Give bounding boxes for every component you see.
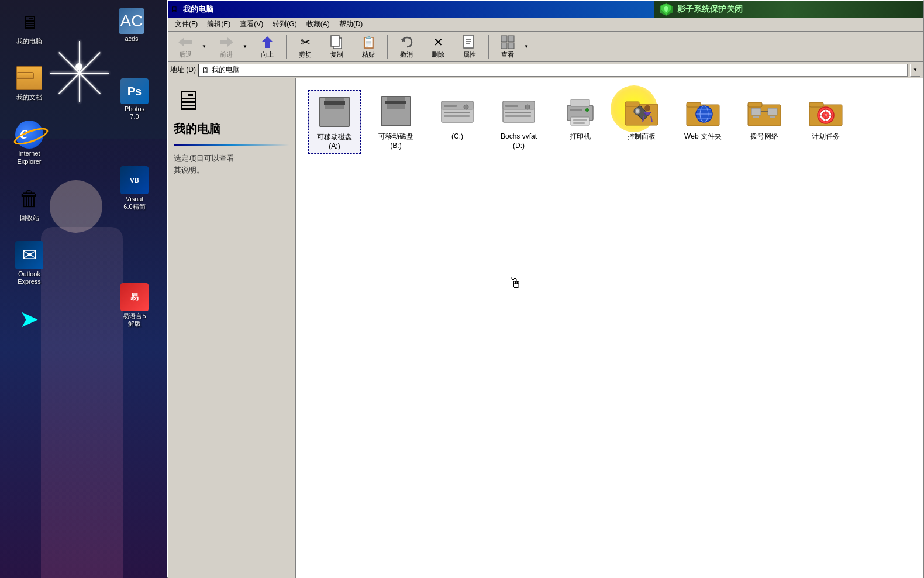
svg-rect-29 bbox=[505, 115, 531, 117]
file-icon-floppy-b[interactable]: 可移动磁盘(B:) bbox=[370, 90, 422, 154]
menu-view[interactable]: 查看(V) bbox=[235, 18, 268, 30]
recycle-bin-label: 回收站 bbox=[20, 214, 39, 222]
desktop-icon-my-documents[interactable]: 我的文档 bbox=[6, 62, 53, 104]
file-icon-printer[interactable]: 打印机 bbox=[554, 90, 606, 154]
desktop-icon-arrow[interactable]: ➤ bbox=[6, 302, 53, 335]
file-icon-drive-d[interactable]: Bochs vvfat(D:) bbox=[492, 90, 545, 154]
svg-rect-54 bbox=[751, 108, 761, 115]
svg-rect-34 bbox=[573, 122, 585, 124]
forward-button[interactable]: 前进 bbox=[211, 32, 242, 61]
svg-point-41 bbox=[636, 109, 639, 113]
content-area: 🖥 我的电脑 选定项目可以查看其说明。 可移动磁盘(A:) bbox=[168, 78, 923, 578]
menu-file[interactable]: 文件(F) bbox=[170, 18, 202, 30]
sidebar: 🖥 我的电脑 选定项目可以查看其说明。 bbox=[168, 78, 296, 578]
desktop-icon-visual-basic[interactable]: VB Visual6.0精简 bbox=[111, 164, 158, 213]
easy-language-label: 易语言5解版 bbox=[123, 312, 146, 328]
svg-rect-38 bbox=[625, 102, 639, 106]
menu-favorites[interactable]: 收藏(A) bbox=[302, 18, 335, 30]
delete-icon: ✕ bbox=[433, 34, 443, 50]
file-icon-floppy-a[interactable]: 可移动磁盘(A:) bbox=[308, 90, 361, 154]
cut-button[interactable]: ✂ 剪切 bbox=[290, 32, 320, 61]
svg-point-26 bbox=[525, 105, 530, 109]
address-dropdown-button[interactable]: ▼ bbox=[910, 64, 920, 77]
menu-goto[interactable]: 转到(G) bbox=[268, 18, 301, 30]
easy-language-icon: 易 bbox=[120, 283, 149, 311]
back-button[interactable]: 后退 bbox=[170, 32, 201, 61]
svg-point-35 bbox=[585, 108, 589, 112]
files-area: 可移动磁盘(A:) 可移动磁盘(B:) bbox=[296, 78, 923, 578]
paste-label: 粘贴 bbox=[362, 50, 375, 59]
svg-rect-3 bbox=[184, 40, 192, 44]
ie-label: InternetExplorer bbox=[18, 150, 42, 165]
svg-rect-16 bbox=[501, 43, 507, 49]
svg-point-20 bbox=[464, 105, 468, 109]
toolbar: 后退 ▼ 前进 ▼ bbox=[168, 32, 923, 62]
svg-rect-53 bbox=[748, 102, 762, 107]
back-dropdown[interactable]: ▼ bbox=[202, 34, 210, 60]
easylang-area: 易 易语言5解版 bbox=[111, 281, 158, 330]
visual-basic-label: Visual6.0精简 bbox=[123, 195, 145, 211]
menu-edit[interactable]: 编辑(E) bbox=[202, 18, 235, 30]
views-button[interactable]: 查看 bbox=[492, 32, 523, 61]
svg-rect-57 bbox=[770, 116, 775, 118]
printer-label: 打印机 bbox=[570, 132, 591, 142]
dial-network-icon bbox=[746, 92, 783, 130]
file-icon-control-panel[interactable]: 控制面板 bbox=[615, 90, 668, 154]
properties-icon bbox=[463, 34, 477, 50]
forward-icon bbox=[218, 34, 235, 50]
cut-label: 剪切 bbox=[299, 50, 312, 59]
svg-rect-5 bbox=[220, 40, 228, 44]
back-icon bbox=[177, 34, 194, 50]
arrow-icon: ➤ bbox=[15, 305, 43, 333]
menu-bar: 文件(F) 编辑(E) 查看(V) 转到(G) 收藏(A) 帮助(D) bbox=[168, 18, 923, 32]
sidebar-divider bbox=[174, 144, 289, 146]
scheduled-tasks-label: 计划任务 bbox=[812, 132, 840, 142]
properties-button[interactable]: 属性 bbox=[454, 32, 485, 61]
desktop-icon-ie[interactable]: InternetExplorer bbox=[6, 118, 53, 167]
svg-rect-33 bbox=[573, 119, 587, 121]
copy-button[interactable]: 复制 bbox=[322, 32, 352, 61]
desktop-icon-recycle-bin[interactable]: 🗑 回收站 bbox=[6, 183, 53, 224]
desktop-icon-my-computer[interactable]: 🖥 我的电脑 bbox=[6, 6, 53, 47]
printer-icon bbox=[561, 92, 599, 130]
svg-rect-46 bbox=[687, 102, 701, 107]
desktop-icon-acds[interactable]: AC acds bbox=[111, 6, 152, 45]
address-input[interactable] bbox=[212, 66, 905, 74]
file-icon-dial-network[interactable]: 拨号网络 bbox=[738, 90, 791, 154]
ie-icon bbox=[15, 121, 43, 149]
sidebar-title: 我的电脑 bbox=[174, 121, 289, 137]
views-dropdown[interactable]: ▼ bbox=[524, 34, 532, 60]
delete-label: 删除 bbox=[432, 50, 444, 59]
toolbar-sep-2 bbox=[387, 35, 388, 59]
recycle-bin-icon: 🗑 bbox=[15, 185, 43, 213]
desktop-icon-photoshop[interactable]: Ps Photos7.0 bbox=[111, 76, 158, 123]
ps-area: Ps Photos7.0 bbox=[111, 76, 158, 123]
desktop-icon-outlook[interactable]: ✉ OutlookExpress bbox=[6, 239, 53, 288]
up-button[interactable]: 向上 bbox=[252, 32, 282, 61]
forward-dropdown[interactable]: ▼ bbox=[243, 34, 251, 60]
svg-rect-15 bbox=[508, 36, 514, 42]
copy-label: 复制 bbox=[330, 50, 343, 59]
copy-icon bbox=[330, 34, 344, 50]
back-label: 后退 bbox=[179, 50, 192, 59]
svg-marker-2 bbox=[178, 37, 184, 47]
outlook-label: OutlookExpress bbox=[18, 270, 41, 285]
file-icon-web-folder[interactable]: Web 文件夹 bbox=[677, 90, 729, 154]
undo-button[interactable]: 撤消 bbox=[391, 32, 422, 61]
photoshop-label: Photos7.0 bbox=[125, 105, 144, 121]
control-panel-label: 控制面板 bbox=[628, 132, 656, 142]
protection-banner: 影子系统保护关闭 bbox=[654, 1, 923, 18]
window-title: 我的电脑 bbox=[183, 4, 213, 15]
menu-help[interactable]: 帮助(D) bbox=[335, 18, 368, 30]
desktop-icon-easy-language[interactable]: 易 易语言5解版 bbox=[111, 281, 158, 330]
file-icon-scheduled-tasks[interactable]: 计划任务 bbox=[799, 90, 852, 154]
paste-button[interactable]: 📋 粘贴 bbox=[353, 32, 384, 61]
my-documents-label: 我的文档 bbox=[16, 94, 42, 101]
address-input-wrapper: 🖥 bbox=[198, 64, 908, 77]
delete-button[interactable]: ✕ 删除 bbox=[423, 32, 453, 61]
up-label: 向上 bbox=[261, 50, 274, 59]
explorer-window: 影子系统保护关闭 🖥 我的电脑 ─ □ ✕ 文件(F) 编辑(E) 查看(V) … bbox=[167, 0, 924, 578]
svg-point-42 bbox=[644, 105, 650, 111]
file-icon-drive-c[interactable]: (C:) bbox=[431, 90, 484, 154]
svg-rect-55 bbox=[753, 116, 759, 118]
